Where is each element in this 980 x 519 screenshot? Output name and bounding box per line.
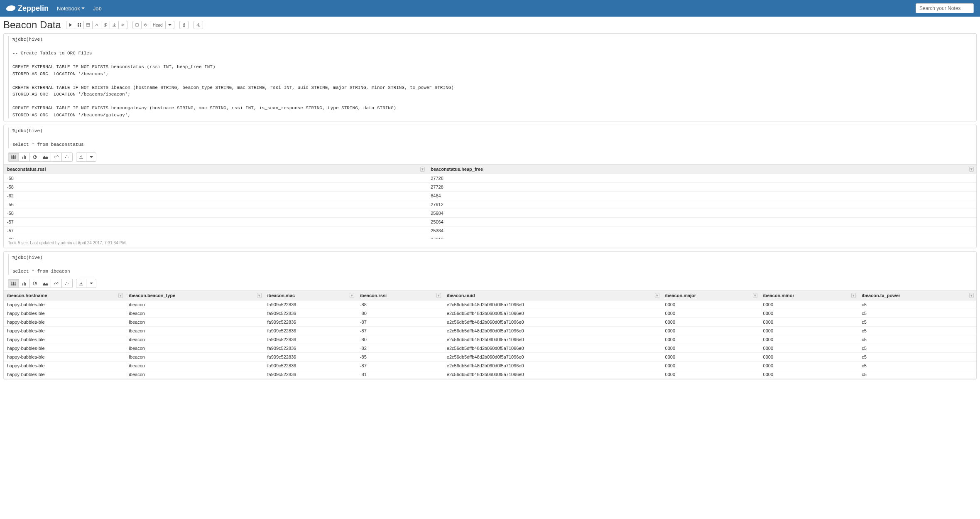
svg-point-4	[121, 24, 122, 25]
table-cell: fa909c522836	[264, 370, 357, 379]
download-caret-button[interactable]	[86, 279, 96, 288]
revision-button[interactable]	[142, 21, 150, 29]
caret-down-icon	[81, 7, 85, 9]
column-header[interactable]: ibeacon.beacon_type▾	[125, 291, 264, 300]
table-cell: 0000	[760, 362, 859, 370]
version-control-button[interactable]	[119, 21, 127, 29]
caret-down-icon	[90, 283, 93, 284]
table-cell: e2c56db5dffb48d2b060d0f5a71096e0	[443, 309, 662, 318]
clone-note-button[interactable]	[101, 21, 110, 29]
filter-icon[interactable]: ▾	[436, 293, 441, 298]
viz-pie-button[interactable]	[30, 153, 40, 162]
result-toolbar	[4, 277, 976, 290]
svg-point-5	[121, 25, 122, 27]
brand-text: Zeppelin	[18, 4, 49, 13]
table-cell: e2c56db5dffb48d2b060d0f5a71096e0	[443, 370, 662, 379]
table-cell: e2c56db5dffb48d2b060d0f5a71096e0	[443, 318, 662, 327]
table-cell: ibeacon	[125, 318, 264, 327]
filter-icon[interactable]: ▾	[969, 293, 974, 298]
viz-scatter-button[interactable]	[62, 153, 73, 162]
nav-notebook-dropdown[interactable]: Notebook	[57, 5, 85, 12]
table-cell: fa909c522836	[264, 309, 357, 318]
svg-point-31	[68, 283, 69, 284]
filter-icon[interactable]: ▾	[257, 293, 262, 298]
column-header[interactable]: ibeacon.uuid▾	[443, 291, 662, 300]
table-cell: 0000	[662, 300, 760, 309]
nav-job-label: Job	[93, 5, 102, 12]
head-dropdown[interactable]: Head	[150, 21, 166, 29]
filter-icon[interactable]: ▾	[655, 293, 659, 298]
svg-rect-27	[25, 283, 26, 285]
download-data-button[interactable]	[76, 153, 86, 162]
viz-area-button[interactable]	[40, 279, 51, 288]
code-editor[interactable]: %jdbc(hive) select * from beaconstatus	[8, 128, 972, 148]
column-header[interactable]: ibeacon.hostname▾	[4, 291, 125, 300]
table-cell: 25384	[427, 226, 976, 235]
filter-icon[interactable]: ▾	[350, 293, 354, 298]
svg-rect-25	[22, 283, 23, 285]
download-caret-button[interactable]	[86, 153, 96, 162]
viz-bar-button[interactable]	[19, 153, 30, 162]
paragraph: %jdbc(hive) select * from beaconstatus b…	[3, 125, 977, 248]
code-editor[interactable]: %jdbc(hive) select * from ibeacon	[8, 254, 972, 275]
settings-button[interactable]	[194, 21, 203, 29]
trash-note-button[interactable]	[179, 21, 189, 29]
search-input[interactable]	[916, 3, 974, 13]
table-cell: ibeacon	[125, 353, 264, 362]
table-cell: happy-bubbles-ble	[4, 370, 125, 379]
viz-line-button[interactable]	[51, 279, 62, 288]
table-row: -5827728	[4, 174, 976, 182]
column-header[interactable]: beaconstatus.heap_free▾	[427, 164, 976, 174]
table-cell: happy-bubbles-ble	[4, 327, 125, 335]
column-header[interactable]: ibeacon.minor▾	[760, 291, 859, 300]
filter-icon[interactable]: ▾	[851, 293, 856, 298]
column-header[interactable]: ibeacon.rssi▾	[357, 291, 443, 300]
code-editor[interactable]: %jdbc(hive) -- Create Tables to ORC File…	[8, 36, 972, 118]
table-cell: -82	[357, 344, 443, 353]
column-header[interactable]: ibeacon.major▾	[662, 291, 760, 300]
filter-icon[interactable]: ▾	[753, 293, 757, 298]
viz-pie-button[interactable]	[30, 279, 40, 288]
table-cell: 0000	[760, 370, 859, 379]
table-cell: ibeacon	[125, 362, 264, 370]
table-cell: c5	[858, 318, 976, 327]
filter-icon[interactable]: ▾	[118, 293, 123, 298]
nav-job-link[interactable]: Job	[93, 5, 102, 12]
show-hide-code-button[interactable]	[75, 21, 84, 29]
head-caret-button[interactable]	[166, 21, 174, 29]
run-all-button[interactable]	[66, 21, 75, 29]
table-cell: 0000	[760, 309, 859, 318]
table-cell: ibeacon	[125, 300, 264, 309]
viz-table-button[interactable]	[8, 153, 19, 162]
viz-bar-button[interactable]	[19, 279, 30, 288]
table-row: happy-bubbles-bleibeaconfa909c522836-87e…	[4, 318, 976, 327]
table-cell: happy-bubbles-ble	[4, 353, 125, 362]
svg-rect-26	[24, 282, 25, 285]
title-bar: Beacon Data Head	[0, 17, 980, 33]
clear-output-button[interactable]	[93, 21, 101, 29]
column-header[interactable]: beaconstatus.rssi▾	[4, 164, 427, 174]
table-cell: 0000	[662, 353, 760, 362]
viz-table-button[interactable]	[8, 279, 19, 288]
viz-line-button[interactable]	[51, 153, 62, 162]
svg-point-9	[198, 25, 199, 26]
column-header[interactable]: ibeacon.mac▾	[264, 291, 357, 300]
commit-button[interactable]	[132, 21, 142, 29]
viz-area-button[interactable]	[40, 153, 51, 162]
table-cell: -58	[4, 209, 427, 217]
viz-scatter-button[interactable]	[62, 279, 73, 288]
show-hide-output-button[interactable]	[84, 21, 93, 29]
filter-icon[interactable]: ▾	[969, 167, 974, 172]
table-cell: -57	[4, 226, 427, 235]
export-note-button[interactable]	[110, 21, 119, 29]
download-data-button[interactable]	[76, 279, 86, 288]
table-cell: 25984	[427, 209, 976, 217]
svg-point-18	[65, 157, 66, 158]
table-cell: e2c56db5dffb48d2b060d0f5a71096e0	[443, 327, 662, 335]
column-header[interactable]: ibeacon.tx_power▾	[858, 291, 976, 300]
brand-logo[interactable]: Zeppelin	[6, 4, 49, 13]
svg-point-6	[123, 25, 124, 26]
filter-icon[interactable]: ▾	[420, 167, 425, 172]
table-cell: -81	[357, 370, 443, 379]
table-cell: ibeacon	[125, 344, 264, 353]
